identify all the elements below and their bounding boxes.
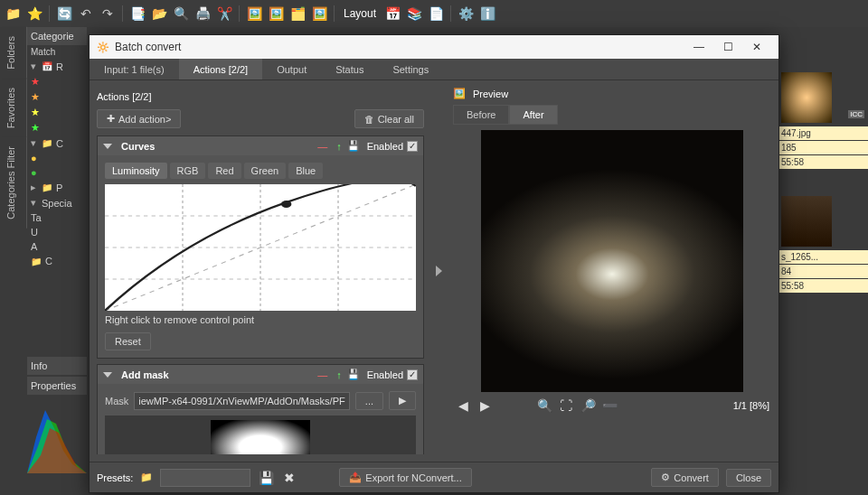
preview-image[interactable] <box>481 130 743 392</box>
info-heading: Info <box>27 357 87 375</box>
presets-folder-icon[interactable]: 📁 <box>140 472 153 483</box>
preset-delete-icon[interactable]: ✖ <box>281 470 297 486</box>
toolbar-move-icon[interactable]: 📂 <box>150 5 168 23</box>
left-tab-folders[interactable]: Folders <box>2 27 27 79</box>
mask-play-button[interactable]: ▶ <box>389 391 416 410</box>
clear-icon: 🗑 <box>364 114 374 125</box>
toolbar-settings-icon[interactable]: ⚙️ <box>457 5 475 23</box>
preset-save-icon[interactable]: 💾 <box>258 470 274 486</box>
main-toolbar: 📁 ⭐ 🔄 ↶ ↷ 📑 📂 🔍 🖨️ ✂️ 🖼️ 🖼️ 🗂️ 🖼️ Layout… <box>0 0 868 27</box>
presets-label: Presets: <box>97 472 133 483</box>
mask-field-label: Mask <box>105 396 128 406</box>
save-action-icon[interactable]: 💾 <box>347 140 360 152</box>
histogram <box>27 401 87 473</box>
zoom-out-icon[interactable]: ➖ <box>601 397 618 414</box>
toolbar-search-icon[interactable]: 🔍 <box>172 5 190 23</box>
left-tab-favorites[interactable]: Favorites <box>2 79 27 137</box>
move-up-icon[interactable]: ↑ <box>336 369 342 380</box>
move-up-icon[interactable]: ↑ <box>336 141 342 152</box>
enabled-checkbox-mask[interactable]: ✓ <box>407 369 418 380</box>
remove-action-icon[interactable]: — <box>317 141 327 152</box>
close-dialog-button[interactable]: Close <box>726 469 771 487</box>
file1-name[interactable]: 447.jpg <box>778 126 868 140</box>
left-tab-categories-filter[interactable]: Categories Filter <box>2 137 27 229</box>
zoom-100-icon[interactable]: 🔎 <box>580 397 596 414</box>
zoom-in-icon[interactable]: 🔍 <box>536 397 552 414</box>
curves-title: Curves <box>116 141 317 152</box>
file1-date: 55:58 <box>778 155 868 169</box>
toolbar-slideshow-icon[interactable]: 🖼️ <box>310 5 328 23</box>
thumbnail-1[interactable] <box>781 72 832 123</box>
toolbar-star-icon[interactable]: ⭐ <box>25 5 43 23</box>
preview-pager: 1/1 [8%] <box>733 400 769 411</box>
tab-after[interactable]: After <box>509 105 557 125</box>
dialog-bottom-bar: Presets: 📁 💾 ✖ 📤 Export for NConvert... … <box>90 462 778 492</box>
save-action-icon[interactable]: 💾 <box>347 369 360 380</box>
dialog-titlebar[interactable]: 🔆 Batch convert — ☐ ✕ <box>90 35 778 59</box>
maximize-button[interactable]: ☐ <box>713 36 742 58</box>
actions-heading: Actions [2/2] <box>97 88 424 106</box>
dialog-app-icon: 🔆 <box>97 42 109 53</box>
mask-preview <box>105 416 416 454</box>
file2-name[interactable]: s_1265... <box>778 250 868 264</box>
enabled-label: Enabled <box>367 369 403 380</box>
enabled-label: Enabled <box>367 141 403 152</box>
chevron-down-icon[interactable] <box>103 144 112 149</box>
splitter[interactable] <box>431 80 446 462</box>
preview-icon: 🖼️ <box>453 88 466 99</box>
tab-output[interactable]: Output <box>262 59 321 79</box>
zoom-fit-icon[interactable]: ⛶ <box>558 397 574 414</box>
toolbar-layout2-icon[interactable]: 📚 <box>405 5 423 23</box>
curves-hint: Right click to remove control point <box>105 311 416 329</box>
channel-luminosity[interactable]: Luminosity <box>105 163 167 179</box>
layout-label[interactable]: Layout <box>344 7 376 20</box>
export-nconvert-button[interactable]: 📤 Export for NConvert... <box>339 468 471 487</box>
thumbnail-2[interactable] <box>781 196 832 247</box>
toolbar-crop-icon[interactable]: ✂️ <box>215 5 233 23</box>
curves-editor[interactable] <box>105 184 416 311</box>
toolbar-rotate-cw-icon[interactable]: ↷ <box>99 5 117 23</box>
channel-red[interactable]: Red <box>208 163 241 179</box>
toolbar-folder-icon[interactable]: 📁 <box>4 5 22 23</box>
tab-before[interactable]: Before <box>453 105 509 125</box>
add-action-button[interactable]: ✚ Add action> <box>97 109 181 128</box>
channel-blue[interactable]: Blue <box>288 163 323 179</box>
toolbar-copy-icon[interactable]: 📑 <box>128 5 146 23</box>
toolbar-rotate-ccw-icon[interactable]: ↶ <box>77 5 95 23</box>
dialog-tabs: Input: 1 file(s) Actions [2/2] Output St… <box>90 59 778 80</box>
toolbar-layout3-icon[interactable]: 📄 <box>427 5 445 23</box>
file2-size: 84 <box>778 265 868 278</box>
mask-path-input[interactable] <box>134 392 350 410</box>
enabled-checkbox-curves[interactable]: ✓ <box>407 141 418 152</box>
export-icon: 📤 <box>349 472 362 483</box>
presets-select[interactable] <box>160 469 250 487</box>
tab-actions[interactable]: Actions [2/2] <box>179 59 263 79</box>
clear-all-button[interactable]: 🗑 Clear all <box>354 109 424 128</box>
convert-icon: ⚙ <box>661 472 670 483</box>
next-image-icon[interactable]: ▶ <box>476 397 493 414</box>
close-button[interactable]: ✕ <box>742 36 771 58</box>
toolbar-about-icon[interactable]: ℹ️ <box>478 5 496 23</box>
toolbar-convert-icon[interactable]: 🖼️ <box>245 5 263 23</box>
tab-settings[interactable]: Settings <box>378 59 443 79</box>
toolbar-print-icon[interactable]: 🖨️ <box>193 5 212 23</box>
toolbar-refresh-icon[interactable]: 🔄 <box>55 5 73 23</box>
toolbar-layout1-icon[interactable]: 📅 <box>383 5 401 23</box>
curves-reset-button[interactable]: Reset <box>105 332 151 350</box>
chevron-down-icon[interactable] <box>103 372 112 378</box>
preview-label: Preview <box>473 89 508 99</box>
convert-button[interactable]: ⚙ Convert <box>651 468 719 487</box>
minimize-button[interactable]: — <box>684 36 713 58</box>
channel-rgb[interactable]: RGB <box>170 163 206 179</box>
file2-date: 55:58 <box>778 279 868 293</box>
mask-browse-button[interactable]: ... <box>355 392 383 410</box>
prev-image-icon[interactable]: ◀ <box>455 397 471 414</box>
tab-status[interactable]: Status <box>321 59 378 79</box>
remove-action-icon[interactable]: — <box>317 369 327 380</box>
toolbar-batch-icon[interactable]: 🖼️ <box>267 5 285 23</box>
channel-green[interactable]: Green <box>244 163 287 179</box>
left-tabs: Folders Favorites Categories Filter <box>2 27 27 229</box>
tab-input[interactable]: Input: 1 file(s) <box>90 59 179 79</box>
properties-heading[interactable]: Properties <box>27 377 87 395</box>
toolbar-contact-icon[interactable]: 🗂️ <box>288 5 307 23</box>
